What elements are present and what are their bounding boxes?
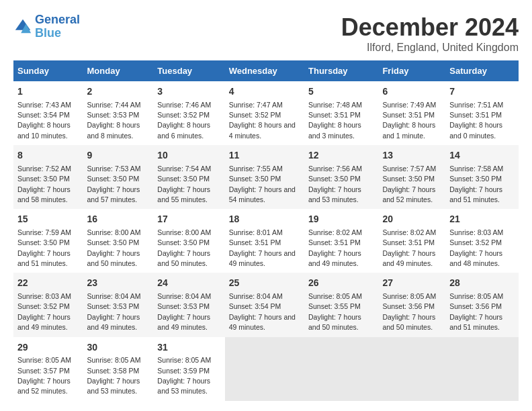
logo: General Blue [13,13,80,40]
col-wednesday: Wednesday [225,60,304,81]
day-number: 20 [382,213,441,226]
calendar-cell: 25 Sunrise: 8:04 AMSunset: 3:54 PMDaylig… [225,273,304,336]
day-number: 21 [449,213,515,226]
day-number: 30 [87,341,150,355]
day-number: 16 [87,213,150,226]
day-info: Sunrise: 7:52 AMSunset: 3:50 PMDaylight:… [17,165,71,203]
calendar-cell: 22 Sunrise: 8:03 AMSunset: 3:52 PMDaylig… [13,273,83,336]
col-monday: Monday [83,60,154,81]
calendar-cell [304,337,378,401]
logo-icon [13,17,32,36]
calendar-cell: 10 Sunrise: 7:54 AMSunset: 3:50 PMDaylig… [153,145,224,209]
day-number: 26 [308,277,374,290]
day-info: Sunrise: 7:56 AMSunset: 3:50 PMDaylight:… [308,165,362,203]
calendar-cell: 13 Sunrise: 7:57 AMSunset: 3:50 PMDaylig… [378,145,445,209]
day-info: Sunrise: 8:05 AMSunset: 3:56 PMDaylight:… [449,292,503,331]
day-number: 10 [157,149,220,163]
day-number: 22 [17,277,79,290]
day-info: Sunrise: 7:55 AMSunset: 3:50 PMDaylight:… [229,165,296,203]
week-row-4: 22 Sunrise: 8:03 AMSunset: 3:52 PMDaylig… [13,273,519,336]
day-number: 18 [229,213,300,226]
day-number: 23 [87,277,150,290]
calendar-cell: 6 Sunrise: 7:49 AMSunset: 3:51 PMDayligh… [378,81,445,145]
day-info: Sunrise: 8:05 AMSunset: 3:58 PMDaylight:… [87,356,141,395]
calendar-cell: 4 Sunrise: 7:47 AMSunset: 3:52 PMDayligh… [225,81,304,145]
day-number: 31 [157,341,220,355]
col-tuesday: Tuesday [153,60,224,81]
day-number: 8 [17,149,79,163]
calendar-cell: 18 Sunrise: 8:01 AMSunset: 3:51 PMDaylig… [225,209,304,273]
calendar-cell: 17 Sunrise: 8:00 AMSunset: 3:50 PMDaylig… [153,209,224,273]
main-title: December 2024 [341,13,519,42]
day-number: 9 [87,149,150,163]
day-info: Sunrise: 7:44 AMSunset: 3:53 PMDaylight:… [87,101,141,140]
week-row-1: 1 Sunrise: 7:43 AMSunset: 3:54 PMDayligh… [13,81,519,145]
calendar-cell: 1 Sunrise: 7:43 AMSunset: 3:54 PMDayligh… [13,81,83,145]
day-number: 11 [229,149,300,163]
day-number: 3 [157,85,220,99]
calendar-cell [225,337,304,401]
calendar-cell: 3 Sunrise: 7:46 AMSunset: 3:52 PMDayligh… [153,81,224,145]
day-number: 28 [449,277,515,290]
day-number: 6 [382,85,441,99]
day-info: Sunrise: 8:02 AMSunset: 3:51 PMDaylight:… [382,228,436,267]
header-row: Sunday Monday Tuesday Wednesday Thursday… [13,60,519,81]
day-info: Sunrise: 7:43 AMSunset: 3:54 PMDaylight:… [17,101,71,140]
calendar-cell: 16 Sunrise: 8:00 AMSunset: 3:50 PMDaylig… [83,209,154,273]
day-info: Sunrise: 8:03 AMSunset: 3:52 PMDaylight:… [17,292,71,331]
calendar-cell: 11 Sunrise: 7:55 AMSunset: 3:50 PMDaylig… [225,145,304,209]
calendar-cell: 30 Sunrise: 8:05 AMSunset: 3:58 PMDaylig… [83,337,154,401]
day-info: Sunrise: 8:05 AMSunset: 3:56 PMDaylight:… [382,292,436,331]
calendar-table: Sunday Monday Tuesday Wednesday Thursday… [13,60,519,401]
day-number: 2 [87,85,150,99]
calendar-cell: 21 Sunrise: 8:03 AMSunset: 3:52 PMDaylig… [445,209,519,273]
col-sunday: Sunday [13,60,83,81]
day-info: Sunrise: 8:05 AMSunset: 3:59 PMDaylight:… [157,356,211,395]
day-number: 15 [17,213,79,226]
day-info: Sunrise: 7:54 AMSunset: 3:50 PMDaylight:… [157,165,211,203]
logo-text: General Blue [35,13,80,40]
day-info: Sunrise: 8:03 AMSunset: 3:52 PMDaylight:… [449,228,503,267]
title-section: December 2024 Ilford, England, United Ki… [341,13,519,54]
calendar-cell: 20 Sunrise: 8:02 AMSunset: 3:51 PMDaylig… [378,209,445,273]
col-thursday: Thursday [304,60,378,81]
day-info: Sunrise: 8:02 AMSunset: 3:51 PMDaylight:… [308,228,362,267]
calendar-cell: 14 Sunrise: 7:58 AMSunset: 3:50 PMDaylig… [445,145,519,209]
day-number: 29 [17,341,79,355]
day-info: Sunrise: 7:57 AMSunset: 3:50 PMDaylight:… [382,165,436,203]
week-row-3: 15 Sunrise: 7:59 AMSunset: 3:50 PMDaylig… [13,209,519,273]
day-number: 12 [308,149,374,163]
day-number: 24 [157,277,220,290]
day-info: Sunrise: 7:59 AMSunset: 3:50 PMDaylight:… [17,228,71,267]
day-info: Sunrise: 8:04 AMSunset: 3:53 PMDaylight:… [87,292,141,331]
calendar-cell: 7 Sunrise: 7:51 AMSunset: 3:51 PMDayligh… [445,81,519,145]
calendar-cell: 23 Sunrise: 8:04 AMSunset: 3:53 PMDaylig… [83,273,154,336]
calendar-cell: 5 Sunrise: 7:48 AMSunset: 3:51 PMDayligh… [304,81,378,145]
calendar-cell: 8 Sunrise: 7:52 AMSunset: 3:50 PMDayligh… [13,145,83,209]
day-info: Sunrise: 7:48 AMSunset: 3:51 PMDaylight:… [308,101,362,140]
col-saturday: Saturday [445,60,519,81]
day-number: 5 [308,85,374,99]
calendar-cell: 29 Sunrise: 8:05 AMSunset: 3:57 PMDaylig… [13,337,83,401]
day-info: Sunrise: 7:51 AMSunset: 3:51 PMDaylight:… [449,101,503,140]
calendar-cell: 15 Sunrise: 7:59 AMSunset: 3:50 PMDaylig… [13,209,83,273]
day-info: Sunrise: 8:04 AMSunset: 3:53 PMDaylight:… [157,292,211,331]
day-number: 19 [308,213,374,226]
day-number: 14 [449,149,515,163]
day-number: 13 [382,149,441,163]
calendar-cell: 26 Sunrise: 8:05 AMSunset: 3:55 PMDaylig… [304,273,378,336]
day-info: Sunrise: 8:05 AMSunset: 3:57 PMDaylight:… [17,356,71,395]
day-info: Sunrise: 7:46 AMSunset: 3:52 PMDaylight:… [157,101,211,140]
day-info: Sunrise: 8:04 AMSunset: 3:54 PMDaylight:… [229,292,296,331]
calendar-cell: 19 Sunrise: 8:02 AMSunset: 3:51 PMDaylig… [304,209,378,273]
calendar-cell: 24 Sunrise: 8:04 AMSunset: 3:53 PMDaylig… [153,273,224,336]
day-number: 1 [17,85,79,99]
week-row-2: 8 Sunrise: 7:52 AMSunset: 3:50 PMDayligh… [13,145,519,209]
day-info: Sunrise: 7:49 AMSunset: 3:51 PMDaylight:… [382,101,436,140]
day-number: 25 [229,277,300,290]
day-info: Sunrise: 8:01 AMSunset: 3:51 PMDaylight:… [229,228,296,267]
day-info: Sunrise: 7:53 AMSunset: 3:50 PMDaylight:… [87,165,141,203]
calendar-cell [378,337,445,401]
day-number: 7 [449,85,515,99]
page-header: General Blue December 2024 Ilford, Engla… [13,13,519,54]
